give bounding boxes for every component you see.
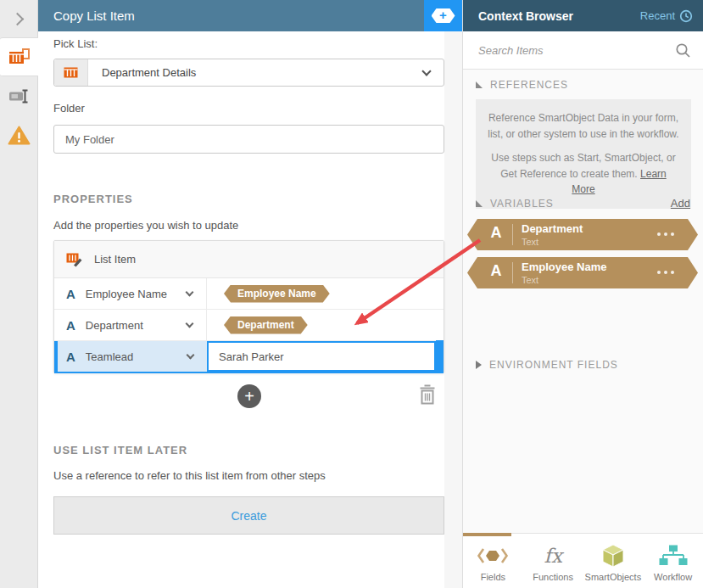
search-bar (463, 31, 703, 70)
chevron-down-icon (421, 66, 431, 76)
variables-heading: VARIABLES (490, 198, 554, 210)
variable-name: Department (522, 222, 583, 235)
variables-section-header[interactable]: VARIABLES Add (463, 197, 703, 210)
property-value-cell[interactable]: Employee Name (207, 278, 444, 309)
tag-divider (512, 224, 513, 245)
property-name: Employee Name (86, 288, 167, 300)
variable-type: Text (522, 275, 538, 285)
input-drag-handle[interactable] (436, 340, 444, 373)
list-item-header: List Item (54, 241, 444, 278)
use-later-description: Use a reference to refer to this list it… (53, 469, 326, 482)
selection-bar (54, 341, 58, 372)
rename-icon (8, 89, 30, 104)
sidebar-tab-rename[interactable] (0, 76, 38, 115)
step-title: Copy List Item (53, 8, 135, 23)
fields-icon (477, 541, 509, 570)
collapse-triangle-icon (476, 200, 483, 207)
properties-card: List Item A Employee Name Employee Name … (53, 240, 444, 373)
app-window: Copy List Item + Pick List: Department D… (0, 0, 703, 588)
property-name-select[interactable]: A Teamlead (54, 341, 207, 372)
list-item-icon (8, 48, 31, 66)
variable-tag-employee-name[interactable]: A Employee Name Text (467, 257, 698, 288)
smartobjects-icon (600, 541, 626, 570)
text-type-icon: A (66, 350, 75, 364)
context-browser-header: Context Browser Recent (463, 0, 703, 31)
functions-icon: fx (544, 541, 561, 570)
references-info-line2: Use steps such as Start, SmartObject, or… (488, 150, 679, 198)
create-reference-button[interactable]: Create (53, 496, 444, 535)
search-input[interactable] (463, 44, 675, 57)
value-tag[interactable]: Department (224, 316, 308, 334)
step-config-panel: Pick List: Department Details Folder PRO… (38, 31, 445, 588)
references-info-line1: Reference SmartObject Data in your form,… (488, 110, 679, 142)
list-item-title: List Item (94, 253, 136, 266)
recent-label: Recent (640, 9, 675, 22)
expand-triangle-icon (476, 361, 482, 369)
pick-list-value: Department Details (102, 66, 196, 79)
property-name-select[interactable]: A Employee Name (54, 278, 207, 309)
property-name-select[interactable]: A Department (54, 310, 207, 340)
tab-label: Fields (481, 572, 505, 582)
tab-label: Workflow (654, 572, 692, 582)
clock-icon (679, 9, 693, 23)
properties-heading: PROPERTIES (53, 193, 133, 205)
tab-smartobjects[interactable]: SmartObjects (583, 534, 644, 588)
variable-tag-department[interactable]: A Department Text (467, 219, 698, 250)
sidebar-tab-warnings[interactable] (0, 115, 38, 154)
references-info-box: Reference SmartObject Data in your form,… (476, 99, 691, 209)
scroll-track[interactable] (444, 31, 462, 588)
use-later-heading: USE LIST ITEM LATER (53, 444, 187, 456)
warning-icon (8, 126, 31, 145)
text-type-icon: A (488, 224, 505, 242)
folder-input[interactable] (53, 125, 444, 154)
expand-panel-button[interactable] (0, 0, 37, 37)
chevron-down-icon (187, 350, 195, 359)
variable-name: Employee Name (522, 260, 606, 273)
variable-type: Text (522, 237, 538, 247)
ellipsis-menu-icon[interactable] (657, 232, 674, 236)
chevron-down-icon (186, 288, 194, 296)
add-variable-link[interactable]: Add (671, 197, 690, 210)
environment-fields-section-header[interactable]: ENVIRONMENT FIELDS (463, 359, 703, 371)
property-row: A Employee Name Employee Name (54, 278, 444, 310)
search-icon-wrap[interactable] (675, 42, 703, 59)
smartobject-list-icon (64, 67, 78, 78)
folder-label: Folder (53, 102, 85, 115)
tab-label: Functions (533, 572, 573, 582)
value-tag[interactable]: Employee Name (224, 285, 330, 303)
sidebar-tab-list-item[interactable] (0, 37, 38, 76)
property-value-cell[interactable]: Department (207, 310, 444, 340)
tab-label: SmartObjects (585, 572, 642, 582)
list-item-edit-icon (66, 252, 84, 267)
context-browser-tabbar: Fields fx Functions SmartObjects (463, 533, 703, 588)
context-browser-panel: Context Browser Recent REFERENCES (462, 0, 703, 588)
text-type-icon: A (66, 318, 75, 333)
tag-divider (512, 262, 513, 283)
text-type-icon: A (66, 287, 75, 301)
pick-list-dropdown[interactable]: Department Details (53, 59, 444, 87)
property-name: Teamlead (86, 350, 133, 363)
property-row-selected: A Teamlead (54, 341, 444, 373)
context-browser-title: Context Browser (478, 9, 573, 23)
environment-fields-heading: ENVIRONMENT FIELDS (489, 359, 618, 371)
tab-workflow[interactable]: Workflow (643, 534, 703, 588)
trash-icon (418, 384, 437, 406)
recent-link[interactable]: Recent (640, 9, 693, 23)
pick-list-label: Pick List: (53, 37, 98, 50)
delete-property-button[interactable] (417, 384, 438, 407)
property-row: A Department Department (54, 310, 444, 341)
add-property-button[interactable]: + (237, 384, 261, 408)
collapse-triangle-icon (476, 81, 483, 88)
ellipsis-menu-icon[interactable] (657, 271, 674, 274)
step-header: Copy List Item (38, 0, 424, 31)
chevron-right-icon (10, 12, 24, 25)
references-section-header[interactable]: REFERENCES (463, 79, 703, 91)
property-value-input[interactable] (207, 341, 436, 372)
tab-functions[interactable]: fx Functions (523, 534, 583, 588)
properties-description: Add the properties you wish to update (53, 219, 238, 232)
plus-icon: + (244, 387, 254, 406)
pick-list-iconcell (54, 59, 88, 86)
add-reference-button[interactable]: + (424, 0, 462, 31)
search-icon (675, 42, 691, 59)
tab-fields[interactable]: Fields (463, 534, 523, 588)
